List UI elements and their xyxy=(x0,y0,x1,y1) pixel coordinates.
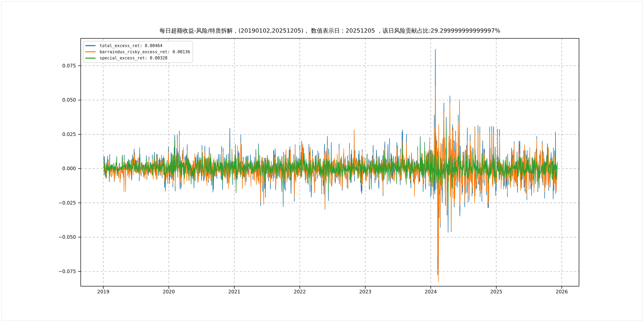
figure-canvas: 每日超额收益-风险/特质拆解，(20190102,20251205)， 数值表示… xyxy=(0,0,644,322)
y-tick-label: −0.050 xyxy=(0,234,76,240)
legend-line-sample xyxy=(85,51,96,52)
x-tick-label: 2022 xyxy=(284,288,316,295)
x-tick-label: 2020 xyxy=(153,288,185,295)
y-tick-label: 0.025 xyxy=(0,131,76,138)
legend-entry: special_excess_ret: 0.00328 xyxy=(85,55,190,61)
x-tick-label: 2023 xyxy=(350,288,381,295)
legend-entry: total_excess_ret: 0.00464 xyxy=(85,42,190,49)
legend-label: total_excess_ret: 0.00464 xyxy=(100,43,162,48)
y-tick-label: −0.025 xyxy=(0,200,76,206)
legend-line-sample xyxy=(85,45,96,46)
y-tick-label: −0.075 xyxy=(0,268,76,275)
x-tick-label: 2019 xyxy=(88,288,119,295)
legend-line-sample xyxy=(85,58,96,59)
legend-box: total_excess_ret: 0.00464barraindus_risk… xyxy=(83,41,193,63)
x-tick-label: 2025 xyxy=(480,288,512,295)
series-line-barraindus_risky_excess_ret xyxy=(104,86,557,282)
legend-label: barraindus_risky_excess_ret: 0.00136 xyxy=(100,50,190,54)
y-tick-label: 0.050 xyxy=(0,97,76,103)
x-tick-label: 2024 xyxy=(415,288,447,295)
y-tick-label: 0.000 xyxy=(0,165,76,172)
legend-label: special_excess_ret: 0.00328 xyxy=(100,56,167,60)
x-tick-label: 2021 xyxy=(218,288,250,295)
x-tick-label: 2026 xyxy=(546,288,578,295)
legend-entry: barraindus_risky_excess_ret: 0.00136 xyxy=(85,49,190,55)
y-tick-label: 0.075 xyxy=(0,62,76,69)
